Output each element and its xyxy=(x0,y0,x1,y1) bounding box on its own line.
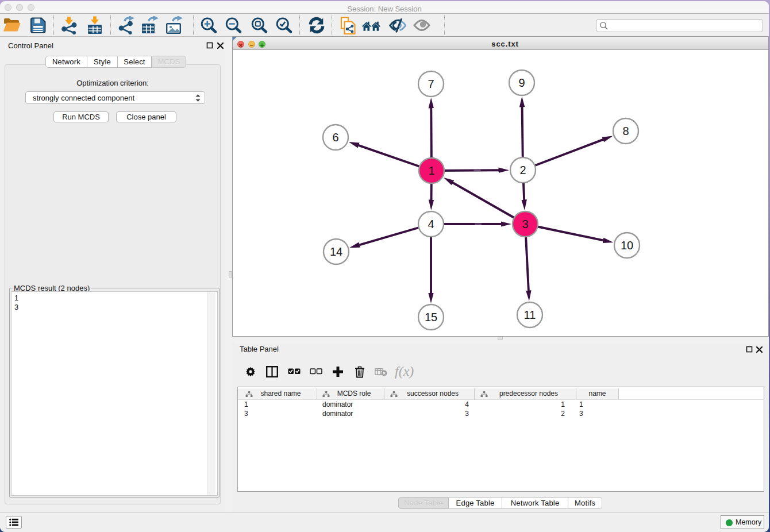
svg-text:6: 6 xyxy=(332,131,338,144)
svg-text:1: 1 xyxy=(428,164,434,177)
svg-text:3: 3 xyxy=(522,218,528,230)
svg-text:14: 14 xyxy=(330,245,342,258)
svg-text:4: 4 xyxy=(428,218,434,230)
svg-text:10: 10 xyxy=(621,239,633,252)
svg-text:7: 7 xyxy=(428,78,434,90)
svg-text:8: 8 xyxy=(622,125,629,137)
svg-text:15: 15 xyxy=(425,311,437,323)
svg-text:2: 2 xyxy=(519,164,526,176)
svg-text:9: 9 xyxy=(518,76,525,89)
svg-text:11: 11 xyxy=(524,309,536,321)
